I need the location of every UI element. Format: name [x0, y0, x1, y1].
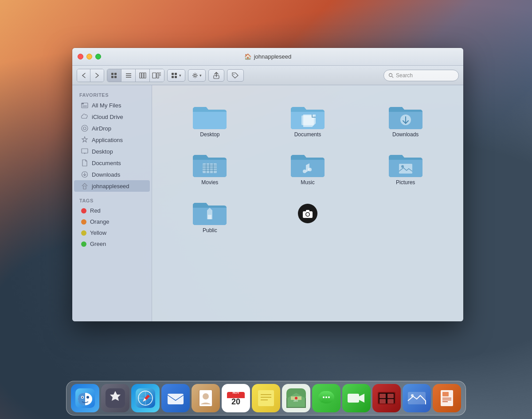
- svg-rect-87: [379, 399, 386, 403]
- back-button[interactable]: [77, 69, 90, 82]
- finder-window: 🏠 johnappleseed: [72, 48, 463, 321]
- dock-item-iphoto[interactable]: [403, 384, 431, 412]
- dock-item-pages[interactable]: [433, 384, 461, 412]
- home-icon: [81, 182, 88, 190]
- green-label: Green: [90, 241, 106, 247]
- svg-rect-85: [379, 394, 386, 398]
- svg-rect-45: [208, 215, 211, 219]
- svg-rect-13: [175, 73, 177, 75]
- file-item-downloads[interactable]: Downloads: [356, 94, 454, 142]
- svg-rect-12: [172, 73, 174, 75]
- home-label: johnappleseed: [92, 183, 129, 190]
- svg-rect-14: [172, 76, 174, 78]
- svg-rect-1: [114, 73, 117, 75]
- dock-item-mail[interactable]: [161, 384, 190, 412]
- sidebar-item-yellow[interactable]: Yellow: [74, 227, 150, 238]
- icloud-icon: [81, 113, 88, 120]
- forward-button[interactable]: [90, 69, 104, 82]
- view-cover-button[interactable]: [150, 69, 164, 82]
- close-button[interactable]: [78, 54, 83, 59]
- traffic-lights: [78, 54, 101, 59]
- desktop-folder-icon: [192, 101, 227, 131]
- dock: NOV 20 280: [66, 381, 466, 415]
- file-item-desktop[interactable]: Desktop: [161, 94, 259, 142]
- sidebar-item-home[interactable]: johnappleseed: [74, 180, 150, 192]
- dock-item-safari[interactable]: [131, 384, 160, 412]
- file-item-pictures[interactable]: Pictures: [356, 142, 454, 190]
- sidebar-item-airdrop[interactable]: AirDrop: [74, 123, 150, 134]
- all-my-files-icon: [81, 102, 88, 109]
- sidebar-item-orange[interactable]: Orange: [74, 216, 150, 227]
- svg-point-81: [328, 396, 330, 398]
- file-item-public[interactable]: Public: [161, 190, 259, 238]
- dock-item-photobooth[interactable]: [372, 384, 401, 412]
- svg-text:20: 20: [231, 397, 240, 406]
- dock-item-contacts[interactable]: [192, 384, 220, 412]
- pictures-folder-icon: [388, 149, 423, 179]
- icloud-label: iCloud Drive: [92, 114, 123, 120]
- svg-rect-43: [399, 164, 412, 174]
- svg-rect-92: [442, 392, 449, 396]
- dock-item-facetime[interactable]: [342, 384, 371, 412]
- window-title: 🏠 johnappleseed: [244, 53, 292, 60]
- svg-point-80: [325, 396, 327, 398]
- search-icon: [388, 73, 394, 78]
- sidebar-item-red[interactable]: Red: [74, 205, 150, 216]
- minimize-button[interactable]: [86, 54, 92, 59]
- action-button[interactable]: ▾: [188, 69, 206, 82]
- camera-icon: [298, 204, 317, 223]
- svg-text:280: 280: [293, 399, 298, 402]
- svg-rect-22: [82, 103, 84, 104]
- sidebar-item-documents[interactable]: Documents: [74, 157, 150, 169]
- share-button[interactable]: [208, 69, 224, 82]
- maximize-button[interactable]: [95, 54, 101, 59]
- documents-label: Documents: [92, 160, 121, 166]
- svg-point-41: [303, 170, 306, 173]
- svg-rect-86: [387, 394, 394, 398]
- documents-folder-icon: [290, 101, 325, 131]
- sidebar-item-green[interactable]: Green: [74, 238, 150, 249]
- main-area: Favorites All My Files: [72, 85, 463, 321]
- red-label: Red: [90, 207, 101, 214]
- title-label: johnappleseed: [254, 53, 292, 60]
- svg-point-79: [323, 396, 325, 398]
- dock-item-messages[interactable]: [312, 384, 340, 412]
- file-item-music[interactable]: Music: [259, 142, 357, 190]
- applications-icon: [81, 136, 88, 143]
- search-box[interactable]: Search: [383, 70, 459, 81]
- camera-svg: [302, 209, 313, 218]
- yellow-tag-dot: [81, 230, 86, 236]
- file-grid: Desktop Documents: [152, 85, 463, 321]
- movies-folder-icon: [192, 149, 227, 179]
- dock-item-maps[interactable]: 280: [282, 384, 310, 412]
- dock-item-launchpad[interactable]: [101, 384, 129, 412]
- dock-item-notes[interactable]: [252, 384, 280, 412]
- green-tag-dot: [81, 241, 86, 247]
- tags-header: Tags: [72, 196, 152, 205]
- svg-point-63: [203, 393, 209, 399]
- sidebar: Favorites All My Files: [72, 85, 152, 321]
- camera-item: [259, 190, 357, 238]
- view-column-button[interactable]: [136, 69, 150, 82]
- sidebar-item-downloads[interactable]: Downloads: [74, 169, 150, 180]
- downloads-icon: [81, 171, 88, 178]
- sidebar-item-desktop[interactable]: Desktop: [74, 146, 150, 157]
- nav-group: [77, 69, 104, 82]
- svg-rect-82: [348, 394, 359, 403]
- svg-rect-11: [157, 73, 159, 78]
- file-item-documents[interactable]: Documents: [259, 94, 357, 142]
- dock-item-finder[interactable]: [71, 384, 99, 412]
- svg-point-42: [308, 168, 312, 171]
- arrange-button[interactable]: ▾: [167, 69, 185, 82]
- downloads-folder-icon: [388, 101, 423, 131]
- view-icon-button[interactable]: [107, 69, 121, 82]
- sidebar-item-all-my-files[interactable]: All My Files: [74, 99, 150, 111]
- sidebar-item-applications[interactable]: Applications: [74, 134, 150, 146]
- dock-item-calendar[interactable]: NOV 20: [222, 384, 250, 412]
- tag-button[interactable]: [227, 69, 244, 82]
- sidebar-item-icloud-drive[interactable]: iCloud Drive: [74, 111, 150, 123]
- public-folder-name: Public: [203, 227, 217, 233]
- view-list-button[interactable]: [121, 69, 136, 82]
- file-item-movies[interactable]: Movies: [161, 142, 259, 190]
- svg-rect-8: [142, 73, 144, 78]
